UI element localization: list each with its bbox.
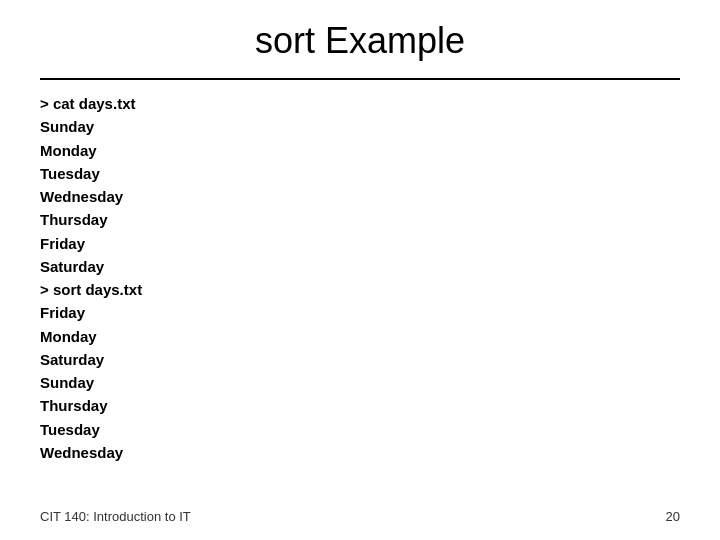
content-line: Tuesday: [40, 162, 680, 185]
content-line: Thursday: [40, 394, 680, 417]
content-line: Saturday: [40, 348, 680, 371]
footer-course: CIT 140: Introduction to IT: [40, 509, 191, 524]
content-line: Saturday: [40, 255, 680, 278]
title-divider: [40, 78, 680, 80]
content-line: Thursday: [40, 208, 680, 231]
content-line: > sort days.txt: [40, 278, 680, 301]
page-title: sort Example: [40, 20, 680, 70]
content-line: Monday: [40, 139, 680, 162]
content-line: Sunday: [40, 115, 680, 138]
content-line: Friday: [40, 232, 680, 255]
content-line: Friday: [40, 301, 680, 324]
content-line: > cat days.txt: [40, 92, 680, 115]
content-line: Monday: [40, 325, 680, 348]
footer: CIT 140: Introduction to IT 20: [0, 509, 720, 524]
content-line: Wednesday: [40, 185, 680, 208]
page-container: sort Example > cat days.txtSundayMondayT…: [0, 0, 720, 540]
content-block: > cat days.txtSundayMondayTuesdayWednesd…: [40, 92, 680, 464]
footer-page: 20: [666, 509, 680, 524]
content-line: Tuesday: [40, 418, 680, 441]
content-line: Sunday: [40, 371, 680, 394]
content-line: Wednesday: [40, 441, 680, 464]
